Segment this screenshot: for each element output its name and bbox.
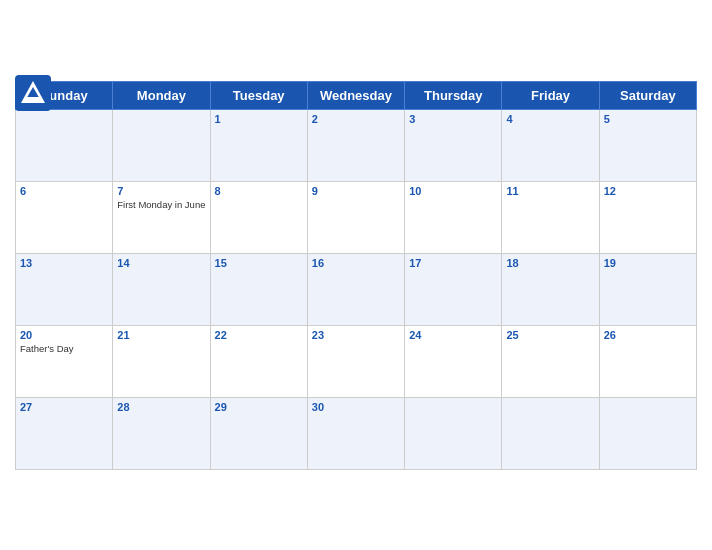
weekday-header-thursday: Thursday (405, 82, 502, 110)
calendar-cell: 26 (599, 326, 696, 398)
day-number: 18 (506, 257, 594, 269)
calendar-cell: 8 (210, 182, 307, 254)
calendar-cell: 20Father's Day (16, 326, 113, 398)
calendar-cell: 28 (113, 398, 210, 470)
day-number: 2 (312, 113, 400, 125)
week-row-3: 20Father's Day212223242526 (16, 326, 697, 398)
event-label: First Monday in June (117, 199, 205, 211)
day-number: 5 (604, 113, 692, 125)
calendar-cell (16, 110, 113, 182)
week-row-0: 12345 (16, 110, 697, 182)
day-number: 15 (215, 257, 303, 269)
calendar-cell: 4 (502, 110, 599, 182)
calendar-cell: 10 (405, 182, 502, 254)
calendar-cell (113, 110, 210, 182)
logo-icon (15, 75, 51, 111)
week-row-2: 13141516171819 (16, 254, 697, 326)
calendar-cell: 30 (307, 398, 404, 470)
day-number: 9 (312, 185, 400, 197)
day-number: 7 (117, 185, 205, 197)
logo-area (15, 75, 55, 111)
day-number: 22 (215, 329, 303, 341)
day-number: 13 (20, 257, 108, 269)
calendar-cell: 2 (307, 110, 404, 182)
day-number: 17 (409, 257, 497, 269)
calendar-cell: 16 (307, 254, 404, 326)
calendar-table: SundayMondayTuesdayWednesdayThursdayFrid… (15, 81, 697, 470)
calendar-cell: 17 (405, 254, 502, 326)
day-number: 6 (20, 185, 108, 197)
calendar-cell: 21 (113, 326, 210, 398)
day-number: 8 (215, 185, 303, 197)
calendar-cell: 23 (307, 326, 404, 398)
day-number: 28 (117, 401, 205, 413)
svg-rect-3 (25, 97, 41, 101)
weekday-header-wednesday: Wednesday (307, 82, 404, 110)
weekday-header-tuesday: Tuesday (210, 82, 307, 110)
weekday-header-saturday: Saturday (599, 82, 696, 110)
calendar-cell (502, 398, 599, 470)
day-number: 14 (117, 257, 205, 269)
day-number: 29 (215, 401, 303, 413)
calendar-cell (405, 398, 502, 470)
calendar-cell: 15 (210, 254, 307, 326)
day-number: 24 (409, 329, 497, 341)
calendar-wrapper: SundayMondayTuesdayWednesdayThursdayFrid… (0, 65, 712, 485)
day-number: 23 (312, 329, 400, 341)
event-label: Father's Day (20, 343, 108, 355)
calendar-cell: 18 (502, 254, 599, 326)
day-number: 20 (20, 329, 108, 341)
day-number: 26 (604, 329, 692, 341)
calendar-body: 1234567First Monday in June8910111213141… (16, 110, 697, 470)
day-number: 27 (20, 401, 108, 413)
day-number: 10 (409, 185, 497, 197)
calendar-cell: 25 (502, 326, 599, 398)
day-number: 30 (312, 401, 400, 413)
calendar-cell: 3 (405, 110, 502, 182)
day-number: 11 (506, 185, 594, 197)
calendar-cell: 12 (599, 182, 696, 254)
calendar-cell: 6 (16, 182, 113, 254)
day-number: 3 (409, 113, 497, 125)
day-number: 21 (117, 329, 205, 341)
calendar-cell: 24 (405, 326, 502, 398)
day-number: 12 (604, 185, 692, 197)
day-number: 19 (604, 257, 692, 269)
weekday-header-friday: Friday (502, 82, 599, 110)
calendar-cell: 14 (113, 254, 210, 326)
calendar-cell: 13 (16, 254, 113, 326)
weekday-header-row: SundayMondayTuesdayWednesdayThursdayFrid… (16, 82, 697, 110)
calendar-cell: 5 (599, 110, 696, 182)
calendar-cell: 7First Monday in June (113, 182, 210, 254)
calendar-cell: 11 (502, 182, 599, 254)
calendar-cell: 27 (16, 398, 113, 470)
day-number: 1 (215, 113, 303, 125)
calendar-cell: 9 (307, 182, 404, 254)
week-row-1: 67First Monday in June89101112 (16, 182, 697, 254)
calendar-cell: 22 (210, 326, 307, 398)
calendar-cell: 19 (599, 254, 696, 326)
day-number: 16 (312, 257, 400, 269)
calendar-cell: 29 (210, 398, 307, 470)
calendar-thead: SundayMondayTuesdayWednesdayThursdayFrid… (16, 82, 697, 110)
day-number: 25 (506, 329, 594, 341)
week-row-4: 27282930 (16, 398, 697, 470)
day-number: 4 (506, 113, 594, 125)
weekday-header-monday: Monday (113, 82, 210, 110)
calendar-cell (599, 398, 696, 470)
calendar-cell: 1 (210, 110, 307, 182)
